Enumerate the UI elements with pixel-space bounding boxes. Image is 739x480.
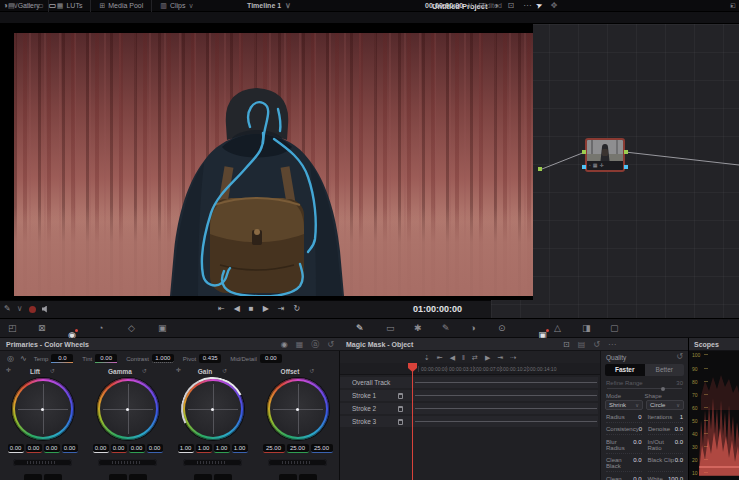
more-options-icon[interactable]: ⋯ [608,341,616,349]
pause-button[interactable]: ‖ [462,354,465,361]
custom-curve-icon[interactable]: ∿ [20,355,27,363]
timeline-selector[interactable]: Timeline 1 ∨ [247,2,291,10]
contrast-value[interactable]: 1.000 [152,354,174,363]
delete-stroke-icon[interactable] [398,419,403,425]
open-fx-icon[interactable]: ▢ [610,324,619,333]
radius-param[interactable]: Radius0 [606,414,642,423]
black-clip-param[interactable]: Black Clip0.0 [648,457,684,472]
view-mode-c-icon[interactable]: ▭ [49,2,57,10]
in-out-ratio-param[interactable]: In/Out Ratio0.0 [648,439,684,454]
lift-master-slider[interactable] [13,459,72,466]
media-pool-tab[interactable]: ⊞Media Pool [91,0,152,12]
step-backward-button[interactable]: ◀ [450,354,455,361]
offset-color-wheel[interactable] [267,378,329,440]
stroke-2-row[interactable]: Stroke 2 [340,403,598,414]
reset-icon[interactable]: ↺ [676,353,683,361]
panel-list-icon[interactable]: ▤ [578,341,586,349]
tracker-icon[interactable]: ◑ [470,324,475,333]
shape-dropdown[interactable]: Circle∨ [646,400,684,410]
gain-picker-icon[interactable]: ✛ [176,367,181,373]
chevron-down-icon[interactable]: ∨ [13,2,19,10]
cursor-tool-icon[interactable]: ➤ [535,1,544,11]
node-key-output-port[interactable] [624,165,628,169]
playhead-line[interactable] [412,363,413,480]
lift-picker-icon[interactable]: ✛ [6,367,11,373]
pivot-value[interactable]: 0.435 [199,354,221,363]
go-to-start-button[interactable]: ⇤ [218,305,225,313]
step-back-button[interactable]: ◀ [234,305,240,313]
node-zoom-icon[interactable]: • [731,2,733,9]
gain-color-wheel[interactable] [182,378,244,440]
refine-range-slider[interactable] [607,388,682,389]
record-indicator-icon[interactable] [29,306,36,313]
reset-icon[interactable]: ↺ [222,368,227,374]
track-to-end-button[interactable]: ⇢ [510,354,516,361]
node-output-port[interactable] [624,150,628,154]
chevron-down-icon[interactable]: ∨ [17,305,23,313]
source-output-port[interactable] [538,167,542,171]
motion-effects-icon[interactable]: ▣ [158,324,167,333]
node-key-input-port[interactable] [582,165,586,169]
temp-value[interactable]: 0.0 [51,354,73,363]
more-options-icon[interactable]: ⋯ [523,2,531,10]
wheel-mode-icon[interactable]: ◉ [281,341,288,349]
faster-button[interactable]: Faster [605,364,645,376]
node-input-port[interactable] [582,150,586,154]
mid-detail-value[interactable]: 0.00 [260,354,282,363]
blur-radius-param[interactable]: Blur Radius0.0 [606,439,642,454]
qualifier-icon[interactable]: ✱ [414,324,422,333]
camera-raw-icon[interactable]: ◰ [8,324,17,333]
overall-track-row[interactable]: Overall Track [340,377,598,388]
curves-icon[interactable]: ▭ [386,324,395,333]
clean-black-param[interactable]: Clean Black0.0 [606,457,642,472]
auto-balance-icon[interactable]: ⓐ [311,341,319,349]
keyer-icon[interactable]: △ [554,324,561,333]
step-forward-button[interactable]: ▶ [485,354,490,361]
denoise-param[interactable]: Denoise0.0 [648,426,683,435]
rgb-mixer-icon[interactable]: ◇ [128,324,135,333]
stereo-icon[interactable]: ◨ [582,324,591,333]
speaker-icon[interactable] [42,306,49,313]
bars-mode-icon[interactable]: ▦ [296,341,304,349]
blur-icon[interactable]: ⊙ [498,324,506,333]
color-picker-icon[interactable]: ◎ [7,355,14,363]
color-viewer-icon[interactable]: ◑ [494,2,499,10]
delete-stroke-icon[interactable] [398,393,403,399]
panel-view-icon[interactable]: ⊡ [563,341,570,349]
reset-icon[interactable]: ↺ [142,368,147,374]
track-backward-button[interactable]: ⇤ [437,354,443,361]
stroke-1-row[interactable]: Stroke 1 [340,390,598,401]
mode-dropdown[interactable]: Shrink∨ [605,400,643,410]
mask-timeline-ruler[interactable]: 00:00:00:00 00:00:03:15 00:00:07:05 00:0… [340,363,600,375]
sizing-icon[interactable]: ⊠ [38,324,46,333]
lift-color-wheel[interactable] [12,378,74,440]
fullscreen-icon[interactable]: ⊡ [508,2,515,10]
stroke-3-row[interactable]: Stroke 3 [340,416,598,427]
viewer-timecode-selector[interactable]: 00:00:00:00 ∨ [425,2,473,10]
stop-button[interactable]: ■ [249,305,254,313]
hdr-wheels-icon[interactable]: ◔ [98,324,103,333]
offset-master-slider[interactable] [268,459,327,466]
window-icon[interactable]: ✎ [442,324,450,333]
loop-button[interactable]: ↻ [294,305,301,313]
clips-tab[interactable]: ▥Clips∨ [152,0,201,12]
track-to-start-button[interactable]: ⇣ [424,354,430,361]
gamma-color-wheel[interactable] [97,378,159,440]
scopes-header[interactable]: Scopes [689,338,739,351]
reset-icon[interactable]: ↺ [327,341,334,349]
reset-icon[interactable]: ↺ [309,368,314,374]
gamma-master-slider[interactable] [98,459,157,466]
better-button[interactable]: Better [645,364,685,376]
tint-value[interactable]: 0.00 [95,354,117,363]
track-bidirectional-button[interactable]: ⇄ [472,354,478,361]
view-mode-a-icon[interactable]: ▭ [24,2,32,10]
gain-master-slider[interactable] [183,459,242,466]
consistency-param[interactable]: Consistency0 [606,426,642,435]
camera-icon[interactable]: ⊟ [478,2,485,10]
reset-icon[interactable]: ↺ [593,341,600,349]
play-button[interactable]: ▶ [263,305,269,313]
clean-white-param[interactable]: Clean White0.0 [606,476,642,480]
annotate-pencil-icon[interactable]: ✎ [4,305,11,313]
palette-icon[interactable]: ◑ [3,2,8,10]
iterations-param[interactable]: Iterations1 [648,414,684,423]
